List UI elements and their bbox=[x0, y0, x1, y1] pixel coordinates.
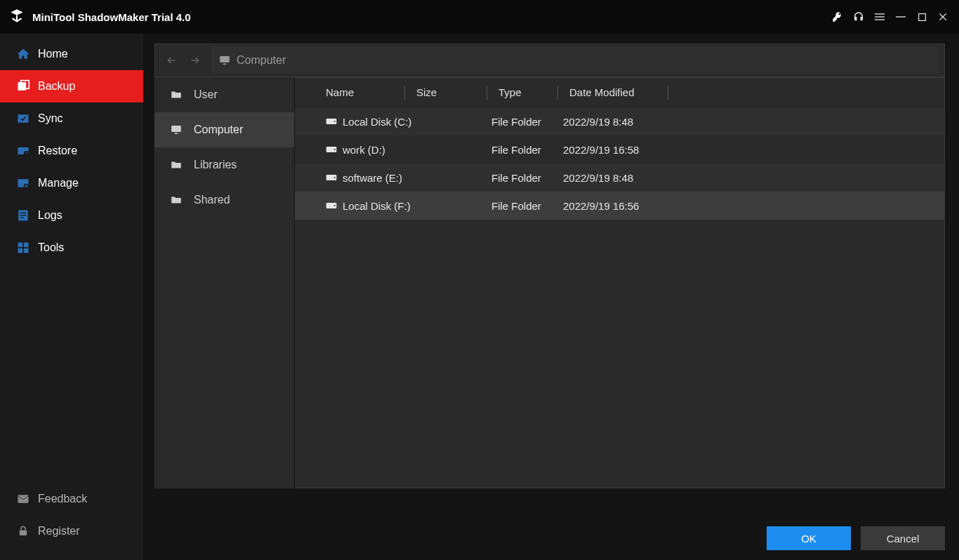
nav-back-button[interactable] bbox=[159, 48, 183, 72]
file-list-header: Name Size Type Date Modified bbox=[295, 78, 944, 107]
sidebar-item-label: Tools bbox=[38, 241, 64, 254]
svg-rect-3 bbox=[896, 16, 906, 17]
sidebar-item-manage[interactable]: Manage bbox=[0, 167, 143, 199]
disk-icon bbox=[326, 201, 337, 210]
svg-rect-17 bbox=[18, 243, 23, 248]
title-bar: MiniTool ShadowMaker Trial 4.0 bbox=[0, 0, 959, 34]
minimize-button[interactable] bbox=[892, 8, 910, 26]
svg-rect-21 bbox=[18, 495, 29, 503]
col-type[interactable]: Type bbox=[498, 86, 557, 98]
file-date: 2022/9/19 16:56 bbox=[563, 200, 944, 212]
file-list: Name Size Type Date Modified Local Disk … bbox=[295, 77, 945, 488]
file-type: File Folder bbox=[491, 116, 563, 128]
folder-user-icon bbox=[167, 88, 185, 101]
svg-rect-15 bbox=[20, 215, 26, 215]
location-panel: User Computer Libraries bbox=[154, 77, 295, 488]
sidebar-item-label: Logs bbox=[38, 209, 62, 222]
svg-point-28 bbox=[334, 121, 336, 122]
disk-icon bbox=[326, 145, 337, 154]
file-date: 2022/9/19 8:48 bbox=[563, 172, 944, 184]
svg-rect-1 bbox=[875, 16, 885, 17]
sync-icon bbox=[15, 111, 31, 126]
breadcrumb[interactable]: Computer bbox=[211, 47, 939, 74]
file-name: Local Disk (C:) bbox=[343, 116, 411, 128]
svg-rect-23 bbox=[220, 56, 230, 62]
backup-icon bbox=[15, 79, 31, 94]
logs-icon bbox=[15, 208, 31, 223]
sidebar-item-label: Backup bbox=[38, 80, 75, 93]
svg-rect-4 bbox=[918, 13, 925, 20]
location-item-user[interactable]: User bbox=[154, 77, 294, 112]
sidebar-item-backup[interactable]: Backup bbox=[0, 70, 143, 102]
tools-icon bbox=[15, 240, 31, 255]
svg-point-30 bbox=[334, 149, 336, 150]
file-date: 2022/9/19 8:48 bbox=[563, 116, 944, 128]
svg-rect-19 bbox=[18, 248, 23, 253]
svg-rect-0 bbox=[875, 13, 885, 14]
location-item-shared[interactable]: Shared bbox=[154, 182, 294, 218]
sidebar-item-feedback[interactable]: Feedback bbox=[0, 483, 143, 515]
maximize-button[interactable] bbox=[913, 8, 931, 26]
disk-icon bbox=[326, 117, 337, 126]
key-icon[interactable] bbox=[828, 8, 847, 26]
sidebar-item-sync[interactable]: Sync bbox=[0, 102, 143, 135]
svg-point-12 bbox=[25, 185, 27, 187]
sidebar-item-home[interactable]: Home bbox=[0, 38, 143, 70]
sidebar-item-label: Manage bbox=[38, 177, 79, 189]
path-bar: Computer bbox=[154, 44, 945, 77]
svg-rect-26 bbox=[175, 133, 178, 135]
svg-rect-24 bbox=[223, 64, 227, 65]
file-name: software (E:) bbox=[343, 172, 402, 184]
col-date[interactable]: Date Modified bbox=[569, 86, 668, 98]
svg-rect-7 bbox=[18, 114, 29, 123]
svg-point-34 bbox=[334, 205, 336, 206]
file-type: File Folder bbox=[491, 172, 563, 184]
sidebar-item-label: Restore bbox=[38, 145, 77, 157]
nav-forward-button[interactable] bbox=[183, 48, 207, 72]
app-title: MiniTool ShadowMaker Trial 4.0 bbox=[32, 11, 191, 23]
svg-rect-22 bbox=[20, 531, 27, 536]
sidebar-item-restore[interactable]: Restore bbox=[0, 135, 143, 167]
location-label: Shared bbox=[194, 194, 230, 206]
cancel-button[interactable]: Cancel bbox=[861, 526, 945, 550]
location-item-libraries[interactable]: Libraries bbox=[154, 147, 294, 182]
location-item-computer[interactable]: Computer bbox=[154, 112, 294, 147]
app-logo-icon bbox=[7, 7, 27, 27]
headset-icon[interactable] bbox=[849, 8, 868, 26]
col-name[interactable]: Name bbox=[295, 86, 404, 98]
sidebar-item-tools[interactable]: Tools bbox=[0, 232, 143, 264]
file-type: File Folder bbox=[491, 144, 563, 156]
sidebar-item-logs[interactable]: Logs bbox=[0, 199, 143, 232]
svg-rect-14 bbox=[20, 213, 26, 213]
svg-rect-18 bbox=[24, 243, 29, 248]
file-type: File Folder bbox=[491, 200, 563, 212]
file-name: Local Disk (F:) bbox=[343, 200, 411, 212]
file-name: work (D:) bbox=[343, 144, 385, 156]
restore-icon bbox=[15, 143, 31, 159]
table-row[interactable]: software (E:)File Folder2022/9/19 8:48 bbox=[295, 164, 944, 192]
feedback-icon bbox=[15, 491, 31, 507]
table-row[interactable]: work (D:)File Folder2022/9/19 16:58 bbox=[295, 135, 944, 164]
breadcrumb-label: Computer bbox=[237, 54, 286, 67]
menu-icon[interactable] bbox=[871, 8, 889, 26]
svg-rect-20 bbox=[24, 248, 29, 253]
col-size[interactable]: Size bbox=[416, 86, 487, 98]
disk-icon bbox=[326, 173, 337, 182]
table-row[interactable]: Local Disk (C:)File Folder2022/9/19 8:48 bbox=[295, 107, 944, 135]
svg-point-32 bbox=[334, 177, 336, 178]
monitor-icon bbox=[218, 54, 231, 67]
location-label: User bbox=[194, 88, 218, 101]
manage-icon bbox=[15, 175, 31, 191]
close-button[interactable] bbox=[934, 8, 952, 26]
content-area: Computer User Computer bbox=[143, 34, 959, 560]
svg-rect-25 bbox=[171, 126, 181, 132]
file-date: 2022/9/19 16:58 bbox=[563, 144, 944, 156]
sidebar-item-label: Feedback bbox=[38, 493, 87, 505]
sidebar-item-label: Home bbox=[38, 48, 68, 60]
table-row[interactable]: Local Disk (F:)File Folder2022/9/19 16:5… bbox=[295, 192, 944, 220]
svg-rect-16 bbox=[20, 218, 24, 218]
footer-buttons: OK Cancel bbox=[767, 526, 945, 550]
sidebar-item-register[interactable]: Register bbox=[0, 515, 143, 547]
ok-button[interactable]: OK bbox=[767, 526, 851, 550]
sidebar-item-label: Sync bbox=[38, 112, 63, 125]
